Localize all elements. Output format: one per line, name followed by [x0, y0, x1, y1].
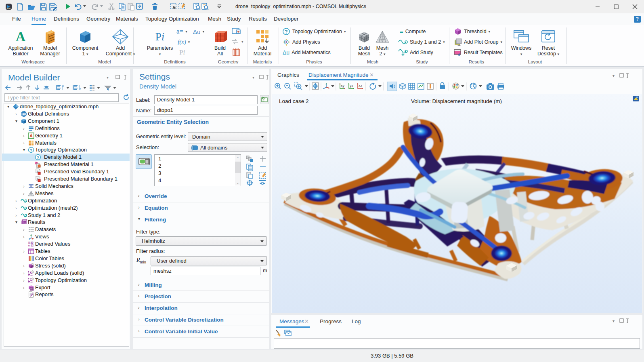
svg-text:8.85: 8.85	[28, 241, 34, 244]
svg-text:?: ?	[30, 148, 32, 152]
svg-text:e-12: e-12	[28, 244, 34, 247]
svg-text:xz: xz	[359, 84, 363, 88]
svg-text:?: ?	[37, 155, 39, 160]
svg-text:xy: xy	[341, 84, 345, 88]
svg-text:yz: yz	[350, 84, 354, 88]
svg-text:?: ?	[285, 29, 287, 34]
